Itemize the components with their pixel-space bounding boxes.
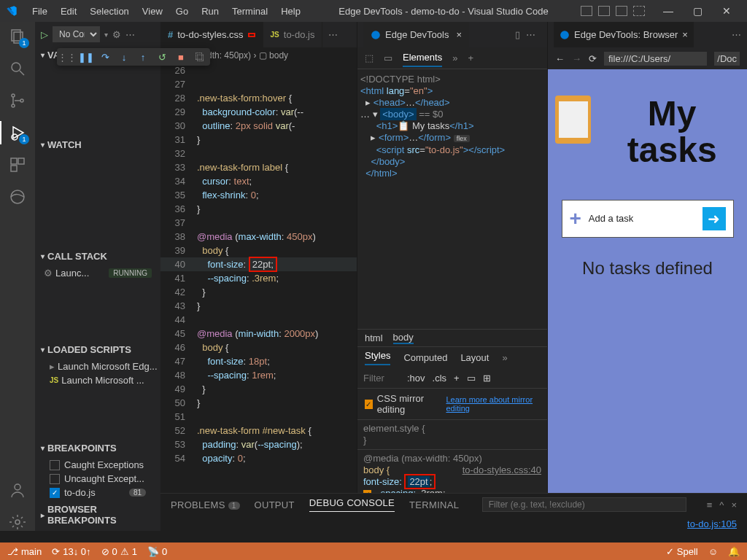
launch-config-select[interactable]: No Cor [53,26,100,42]
panel-menu-icon[interactable]: ≡ [707,499,713,510]
breadcrumb-body[interactable]: body [393,332,414,344]
menu-run[interactable]: Run [196,3,225,20]
terminal-tab[interactable]: TERMINAL [409,499,459,510]
dom-node[interactable]: </body> [360,156,544,168]
menu-help[interactable]: Help [275,3,306,20]
tab-js[interactable]: JS to-do.js [263,22,323,47]
device-icon[interactable]: ▭ [384,52,392,63]
debug-step-over-icon[interactable]: ↷ [99,51,111,63]
layout-icon-1[interactable] [581,6,592,16]
debug-console-body[interactable]: to-do.js:105 [160,516,747,542]
loaded-scripts-section[interactable]: ▾LOADED SCRIPTS [35,341,160,358]
styles-tab[interactable]: Styles [365,350,390,365]
menu-go[interactable]: Go [170,3,194,20]
problems-tab[interactable]: PROBLEMS1 [171,499,240,510]
branch-indicator[interactable]: ⎇ main [7,546,42,557]
console-source-link[interactable]: to-do.js:105 [687,518,737,529]
styles-icon[interactable]: ▭ [467,373,476,384]
run-debug-icon[interactable]: 1 [9,124,26,141]
debug-step-out-icon[interactable]: ↑ [137,51,149,63]
dom-node[interactable]: <script src="to-do.js"></script> [360,144,544,156]
menu-terminal[interactable]: Terminal [226,3,274,20]
loaded-script-item[interactable]: JSLaunch Microsoft ... [35,373,160,387]
feedback-icon[interactable]: ☺ [708,546,718,557]
close-icon[interactable]: × [456,29,462,40]
edge-icon[interactable] [9,188,26,206]
browser-breakpoints-section[interactable]: ▸BROWSER BREAKPOINTS [35,501,160,529]
tab-css[interactable]: # to-do-styles.css [160,22,263,47]
dom-node[interactable]: </html> [360,168,544,179]
panel-filter-input[interactable] [482,497,686,512]
inspect-icon[interactable]: ⬚ [365,52,374,63]
computed-tab[interactable]: Computed [403,352,447,363]
mirror-checkbox[interactable]: ✓ [365,400,373,409]
elements-tab[interactable]: Elements [403,49,442,67]
maximize-button[interactable]: ▢ [683,2,712,20]
breakpoint-uncaught[interactable]: Uncaught Except... [35,472,160,486]
layout-icon-4[interactable] [633,6,645,16]
source-control-icon[interactable] [9,92,26,109]
debug-step-into-icon[interactable]: ↓ [118,51,130,63]
extensions-icon[interactable] [9,156,26,174]
debug-toolbar[interactable]: ⋮⋮ ❚❚ ↷ ↓ ↑ ↺ ■ ⿻ [57,48,210,66]
sync-indicator[interactable]: ⟳ 13↓ 0↑ [52,546,90,557]
breadcrumb-html[interactable]: html [365,332,383,343]
more-tabs-icon[interactable]: » [502,352,507,363]
add-tab-icon[interactable]: + [468,52,473,63]
menu-selection[interactable]: Selection [84,3,134,20]
submit-arrow-icon[interactable]: ➜ [703,207,726,230]
menu-file[interactable]: File [26,3,53,20]
forward-icon[interactable]: → [572,53,581,64]
styles-icon[interactable]: ⊞ [483,373,491,384]
dom-node-body[interactable]: … ▾ <body> == $0 [360,109,544,120]
layout-icon-3[interactable] [616,6,627,16]
devtools-tab[interactable]: Edge DevTools × [363,22,469,47]
more-icon[interactable]: ⋯ [125,29,135,40]
minimize-button[interactable]: — [654,2,683,20]
output-tab[interactable]: OUTPUT [255,499,295,510]
port-indicator[interactable]: 📡 0 [147,546,167,557]
breakpoint-file[interactable]: ✓to-do.js81 [35,486,160,499]
hov-toggle[interactable]: :hov [407,373,425,384]
breakpoint-caught[interactable]: Caught Exceptions [35,458,160,472]
dom-node[interactable]: ▸ <head>…</head> [360,97,544,109]
dom-node[interactable]: ▸ <form>…</form> flex [360,132,544,144]
debug-stop-icon[interactable]: ■ [175,51,187,63]
cls-toggle[interactable]: .cls [433,373,447,384]
watch-section[interactable]: ▾WATCH [35,136,160,153]
mirror-learn-link[interactable]: Learn more about mirror editing [446,395,540,413]
callstack-item[interactable]: ⚙Launc... RUNNING [35,266,160,280]
dom-node[interactable]: <html lang="en"> [360,85,544,97]
debug-pause-icon[interactable]: ❚❚ [80,51,92,63]
settings-gear-icon[interactable] [9,513,26,531]
more-icon[interactable]: ⋯ [520,29,541,40]
more-tabs-icon[interactable]: » [452,52,457,63]
add-task-input[interactable]: + Add a task ➜ [562,200,734,238]
loaded-script-item[interactable]: ▸Launch Microsoft Edg... [35,359,160,373]
debug-console-tab[interactable]: DEBUG CONSOLE [309,497,395,512]
dom-node[interactable]: <h1>📋 My tasks</h1> [360,120,544,132]
account-icon[interactable] [9,481,26,499]
explorer-icon[interactable]: 1 [9,28,26,45]
add-rule-icon[interactable]: + [454,373,460,384]
close-button[interactable]: ✕ [712,2,741,20]
url-bar[interactable]: file:///C:/Users/ [604,52,707,66]
start-debug-icon[interactable]: ▷ [41,29,48,40]
debug-drag-handle-icon[interactable]: ⋮⋮ [61,51,73,63]
close-icon[interactable]: × [682,29,688,40]
split-icon[interactable]: ▯ [515,29,520,40]
menu-edit[interactable]: Edit [55,3,82,20]
back-icon[interactable]: ← [555,53,565,64]
bell-icon[interactable]: 🔔 [728,546,740,557]
reload-icon[interactable]: ⟳ [589,53,597,64]
layout-icon-2[interactable] [598,6,610,16]
gear-icon[interactable]: ⚙ [112,29,121,40]
callstack-section[interactable]: ▾CALL STACK [35,248,160,265]
dom-node[interactable]: <!DOCTYPE html> [360,74,544,85]
styles-filter-input[interactable] [363,373,400,384]
breakpoints-section[interactable]: ▾BREAKPOINTS [35,440,160,456]
code-editor[interactable]: 262728.new-task-form:hover {29 backgroun… [160,63,357,531]
panel-close-icon[interactable]: × [731,499,737,510]
panel-maximize-icon[interactable]: ^ [719,499,724,510]
menu-view[interactable]: View [136,3,169,20]
